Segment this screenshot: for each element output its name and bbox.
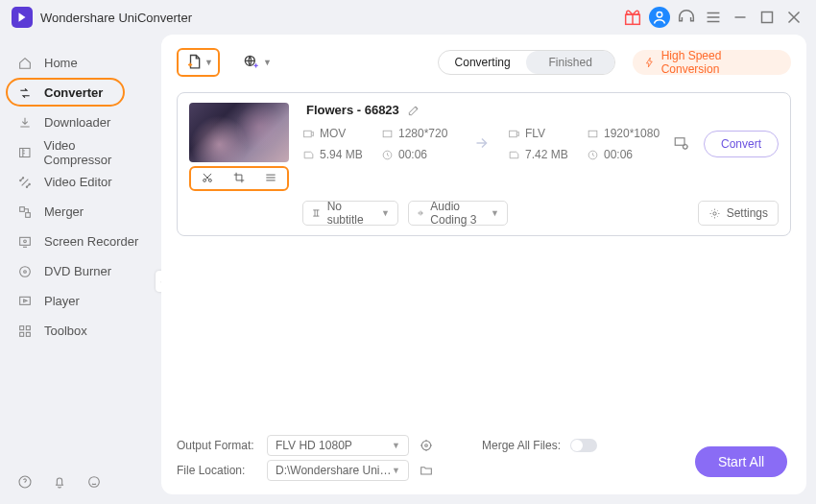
- app-title: Wondershare UniConverter: [40, 11, 616, 25]
- status-tabs: Converting Finished: [438, 50, 615, 75]
- sidebar-item-recorder[interactable]: Screen Recorder: [0, 227, 161, 256]
- output-format-label: Output Format:: [177, 439, 257, 452]
- tab-finished[interactable]: Finished: [526, 51, 614, 74]
- svg-point-4: [20, 180, 21, 180]
- gift-icon[interactable]: [622, 7, 643, 28]
- svg-point-22: [203, 179, 205, 181]
- sidebar-item-label: Video Compressor: [44, 138, 144, 167]
- sidebar-item-editor[interactable]: Video Editor: [0, 167, 161, 197]
- src-format: MOV: [320, 127, 346, 140]
- svg-point-1: [657, 12, 662, 18]
- svg-rect-28: [588, 131, 597, 137]
- add-url-button[interactable]: ▼: [237, 48, 276, 77]
- svg-rect-3: [20, 148, 30, 156]
- sidebar-item-home[interactable]: Home: [0, 48, 161, 78]
- sidebar-item-label: Screen Recorder: [44, 234, 138, 249]
- sidebar-item-label: Player: [44, 294, 80, 308]
- audio-select[interactable]: Audio Coding 3▼: [408, 201, 508, 226]
- sidebar-item-converter[interactable]: Converter: [0, 78, 161, 108]
- svg-point-7: [29, 183, 30, 184]
- sidebar-item-dvd[interactable]: DVD Burner: [0, 256, 161, 286]
- app-logo: [12, 7, 33, 28]
- edit-tools: [189, 166, 289, 191]
- user-avatar[interactable]: [649, 7, 670, 28]
- file-card: Flowers - 66823 MOV 5.94 MB 1280*720 00:…: [177, 92, 791, 236]
- svg-rect-15: [20, 325, 24, 329]
- menu-icon[interactable]: [703, 7, 724, 28]
- svg-point-11: [24, 240, 27, 243]
- dst-resolution: 1920*1080: [604, 127, 660, 140]
- main-panel: ▼ ▼ Converting Finished High Speed Conve…: [161, 35, 806, 494]
- sidebar-item-label: Home: [44, 56, 78, 70]
- svg-point-32: [713, 211, 716, 214]
- merge-toggle[interactable]: [570, 439, 597, 452]
- svg-point-13: [24, 270, 27, 273]
- subtitle-select[interactable]: No subtitle▼: [302, 201, 398, 226]
- file-location-label: File Location:: [177, 464, 257, 477]
- svg-rect-2: [762, 12, 773, 23]
- open-folder-icon[interactable]: [419, 463, 434, 478]
- merge-label: Merge All Files:: [482, 439, 561, 452]
- add-file-button[interactable]: ▼: [177, 48, 220, 77]
- sidebar-item-label: Downloader: [44, 115, 110, 130]
- high-speed-badge[interactable]: High Speed Conversion: [633, 50, 791, 75]
- sidebar-item-label: Merger: [44, 204, 84, 219]
- dst-format: FLV: [525, 127, 545, 140]
- format-settings-icon[interactable]: [419, 438, 434, 453]
- svg-point-33: [421, 441, 430, 449]
- svg-point-23: [208, 179, 211, 181]
- dst-size: 7.42 MB: [525, 148, 568, 161]
- file-location-select[interactable]: D:\Wondershare UniConverter 1▼: [267, 460, 409, 481]
- arrow-icon: [471, 132, 492, 156]
- bell-icon[interactable]: [52, 474, 67, 492]
- src-duration: 00:06: [398, 148, 427, 161]
- sidebar-item-label: DVD Burner: [44, 264, 111, 278]
- svg-rect-8: [20, 206, 25, 211]
- effects-icon[interactable]: [264, 171, 277, 187]
- src-resolution: 1280*720: [398, 127, 447, 140]
- svg-rect-14: [20, 297, 31, 304]
- file-name: Flowers - 66823: [306, 103, 399, 117]
- svg-rect-24: [304, 131, 312, 137]
- svg-point-20: [89, 477, 100, 488]
- help-icon[interactable]: [17, 474, 33, 492]
- svg-rect-27: [510, 131, 517, 137]
- output-settings-icon[interactable]: [673, 134, 690, 155]
- maximize-button[interactable]: [756, 7, 778, 28]
- sidebar-item-label: Toolbox: [44, 324, 87, 338]
- svg-point-12: [20, 266, 31, 276]
- src-size: 5.94 MB: [320, 148, 363, 161]
- feedback-icon[interactable]: [86, 474, 102, 492]
- sidebar-item-compressor[interactable]: Video Compressor: [0, 137, 161, 167]
- sidebar-item-label: Converter: [44, 85, 103, 100]
- sidebar-item-downloader[interactable]: Downloader: [0, 108, 161, 137]
- start-all-button[interactable]: Start All: [695, 446, 787, 477]
- cut-icon[interactable]: [201, 171, 214, 187]
- svg-rect-30: [675, 137, 684, 145]
- svg-rect-9: [26, 212, 31, 217]
- sidebar-item-label: Video Editor: [44, 175, 112, 189]
- svg-rect-10: [20, 237, 31, 245]
- output-format-select[interactable]: FLV HD 1080P▼: [267, 435, 409, 456]
- sidebar-item-toolbox[interactable]: Toolbox: [0, 316, 161, 346]
- sidebar-item-player[interactable]: Player: [0, 286, 161, 316]
- sidebar-item-merger[interactable]: Merger: [0, 197, 161, 227]
- video-thumbnail[interactable]: [189, 103, 289, 162]
- svg-rect-18: [26, 332, 30, 336]
- close-button[interactable]: [783, 7, 804, 28]
- svg-rect-17: [20, 332, 24, 336]
- rename-icon[interactable]: [407, 104, 420, 117]
- svg-point-31: [684, 144, 688, 149]
- tab-converting[interactable]: Converting: [439, 51, 527, 74]
- support-icon[interactable]: [676, 7, 697, 28]
- sidebar: Home Converter Downloader Video Compress…: [0, 35, 161, 504]
- crop-icon[interactable]: [232, 171, 246, 187]
- svg-rect-16: [26, 325, 30, 329]
- settings-button[interactable]: Settings: [698, 201, 779, 226]
- minimize-button[interactable]: [730, 7, 751, 28]
- convert-button[interactable]: Convert: [704, 131, 779, 157]
- svg-rect-25: [383, 131, 392, 137]
- dst-duration: 00:06: [604, 148, 633, 161]
- svg-point-34: [425, 444, 428, 447]
